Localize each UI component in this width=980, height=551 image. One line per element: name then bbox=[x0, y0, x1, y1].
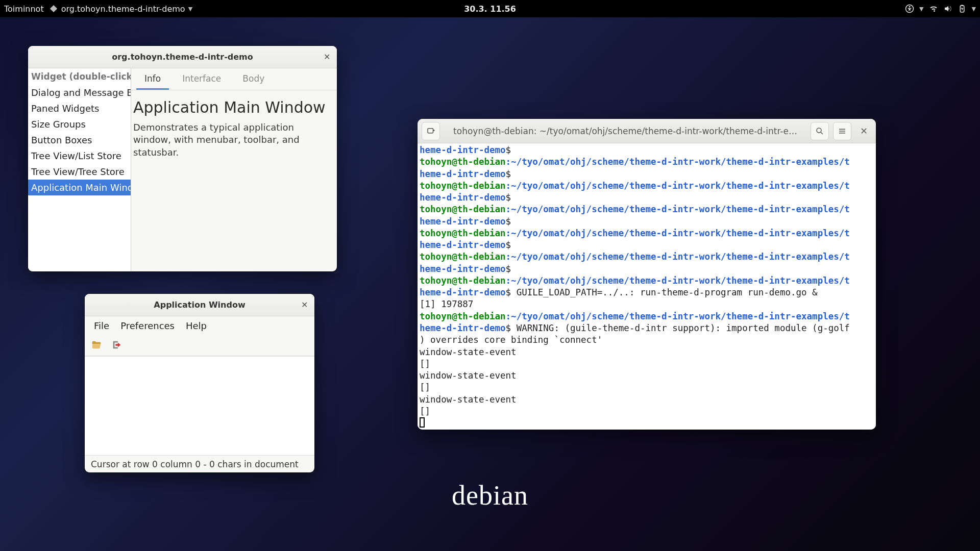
list-item[interactable]: Dialog and Message Boxes bbox=[28, 85, 131, 101]
clock[interactable]: 30.3. 11.56 bbox=[464, 4, 516, 14]
search-icon[interactable] bbox=[811, 122, 829, 140]
tab-interface[interactable]: Interface bbox=[174, 68, 229, 90]
accessibility-icon[interactable] bbox=[905, 4, 914, 13]
widget-list-header: Widget (double-click to show) bbox=[28, 68, 131, 85]
window-titlebar[interactable]: org.tohoyn.theme-d-intr-demo ✕ bbox=[28, 46, 337, 68]
app-menu[interactable]: org.tohoyn.theme-d-intr-demo ▼ bbox=[51, 4, 192, 14]
window-title: Application Window bbox=[154, 300, 245, 310]
toolbar bbox=[85, 336, 314, 356]
chevron-down-icon: ▼ bbox=[972, 6, 976, 12]
document-area[interactable] bbox=[85, 356, 314, 455]
window-titlebar[interactable]: Application Window ✕ bbox=[85, 294, 314, 316]
list-item[interactable]: Tree View/Tree Store bbox=[28, 164, 131, 180]
debian-text: debian bbox=[452, 480, 528, 511]
tab-strip: Info Interface Body bbox=[131, 68, 337, 90]
app-icon bbox=[50, 5, 57, 12]
widget-list[interactable]: Widget (double-click to show) Dialog and… bbox=[28, 68, 131, 271]
terminal-title: tohoyn@th-debian: ~/tyo/omat/ohj/scheme/… bbox=[444, 126, 806, 136]
application-window: Application Window ✕ File Preferences He… bbox=[85, 294, 314, 472]
terminal-headerbar[interactable]: tohoyn@th-debian: ~/tyo/omat/ohj/scheme/… bbox=[418, 119, 876, 143]
statusbar: Cursor at row 0 column 0 - 0 chars in do… bbox=[85, 455, 314, 472]
activities-button[interactable]: Toiminnot bbox=[4, 4, 44, 14]
list-item[interactable]: Tree View/List Store bbox=[28, 148, 131, 164]
close-icon[interactable]: ✕ bbox=[298, 299, 310, 311]
quit-icon[interactable] bbox=[108, 337, 126, 353]
volume-icon[interactable] bbox=[943, 4, 952, 13]
demo-heading: Application Main Window bbox=[133, 98, 332, 116]
svg-rect-4 bbox=[428, 128, 433, 133]
window-title: org.tohoyn.theme-d-intr-demo bbox=[112, 52, 253, 62]
battery-icon[interactable] bbox=[958, 4, 967, 13]
list-item[interactable]: Size Groups bbox=[28, 116, 131, 132]
tab-info[interactable]: Info bbox=[136, 68, 169, 90]
svg-point-1 bbox=[909, 6, 911, 8]
wifi-icon[interactable] bbox=[929, 4, 938, 13]
demo-info-panel: Application Main Window Demonstrates a t… bbox=[131, 90, 337, 164]
terminal-window: tohoyn@th-debian: ~/tyo/omat/ohj/scheme/… bbox=[418, 119, 876, 430]
terminal-output[interactable]: heme-d-intr-demo$ tohoyn@th-debian:~/tyo… bbox=[418, 143, 876, 430]
status-text: Cursor at row 0 column 0 - 0 chars in do… bbox=[91, 459, 299, 469]
topbar: Toiminnot org.tohoyn.theme-d-intr-demo ▼… bbox=[0, 0, 980, 17]
new-tab-icon[interactable] bbox=[422, 122, 440, 140]
svg-rect-3 bbox=[961, 5, 963, 6]
list-item[interactable]: Button Boxes bbox=[28, 132, 131, 148]
menu-help[interactable]: Help bbox=[181, 318, 212, 333]
chevron-down-icon: ▼ bbox=[919, 6, 923, 12]
hamburger-icon[interactable] bbox=[833, 122, 851, 140]
tab-body[interactable]: Body bbox=[234, 68, 273, 90]
list-item-selected[interactable]: Application Main Window bbox=[28, 180, 131, 195]
app-menu-label: org.tohoyn.theme-d-intr-demo bbox=[61, 4, 185, 14]
menu-preferences[interactable]: Preferences bbox=[115, 318, 180, 333]
list-item[interactable]: Paned Widgets bbox=[28, 101, 131, 116]
demo-window: org.tohoyn.theme-d-intr-demo ✕ Widget (d… bbox=[28, 46, 337, 271]
close-icon[interactable]: ✕ bbox=[855, 123, 872, 139]
chevron-down-icon: ▼ bbox=[188, 6, 192, 12]
svg-point-5 bbox=[817, 128, 821, 133]
open-icon[interactable] bbox=[88, 337, 105, 353]
debian-logo: debian bbox=[452, 480, 528, 511]
demo-description: Demonstrates a typical application windo… bbox=[133, 121, 332, 159]
close-icon[interactable]: ✕ bbox=[321, 51, 333, 63]
menubar: File Preferences Help bbox=[85, 316, 314, 336]
menu-file[interactable]: File bbox=[89, 318, 114, 333]
